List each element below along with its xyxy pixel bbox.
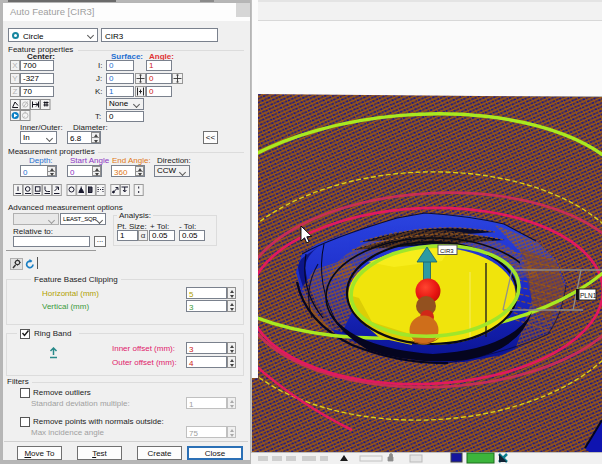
svg-text:PLN1: PLN1 bbox=[580, 292, 597, 299]
svg-text:CIR3: CIR3 bbox=[440, 248, 454, 254]
